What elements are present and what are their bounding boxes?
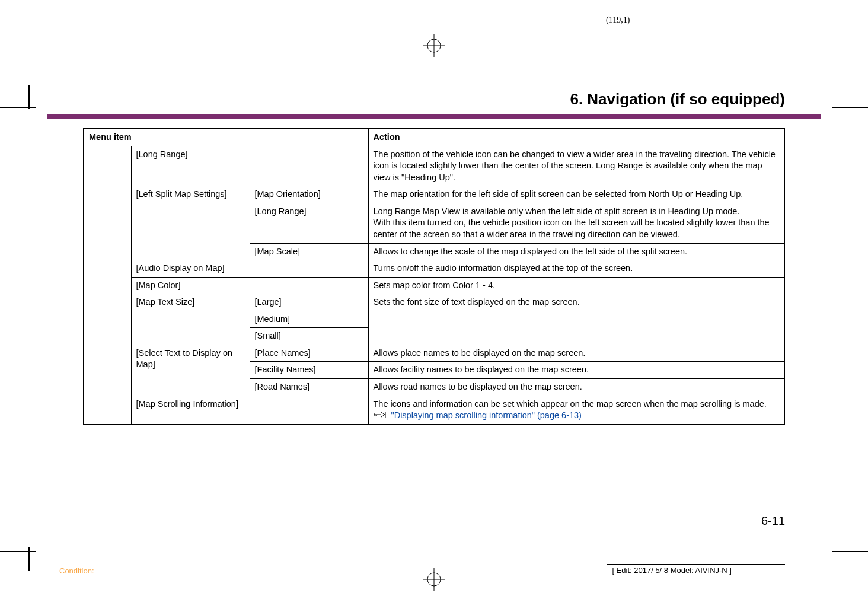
action-road-names: Allows road names to be displayed on the… [368, 379, 784, 396]
action-map-orientation: The map orientation for the left side of… [368, 186, 784, 203]
menu-audio-display: [Audio Display on Map] [131, 260, 368, 278]
action-map-text-size: Sets the font size of text displayed on … [368, 294, 784, 345]
menu-map-orientation: [Map Orientation] [250, 186, 368, 203]
trim-mark-icon [28, 547, 30, 571]
menu-select-text: [Select Text to Display on Map] [131, 345, 250, 396]
reference-link: "Displaying map scrolling information" (… [391, 410, 582, 420]
action-long-range: The position of the vehicle icon can be … [368, 146, 784, 186]
menu-small: [Small] [250, 328, 368, 345]
edit-info: [ Edit: 2017/ 5/ 8 Model: AIVINJ-N ] [607, 564, 785, 576]
action-map-color: Sets map color from Color 1 - 4. [368, 277, 784, 294]
menu-facility-names: [Facility Names] [250, 362, 368, 379]
trim-mark-icon [28, 85, 30, 109]
trim-mark-icon [0, 107, 36, 108]
menu-left-split: [Left Split Map Settings] [131, 186, 250, 260]
action-map-scrolling-text: The icons and information can be set whi… [374, 399, 767, 409]
header-menu-item: Menu item [84, 129, 368, 146]
menu-left-long-range: [Long Range] [250, 203, 368, 243]
section-title: 6. Navigation (if so equipped) [570, 90, 785, 109]
menu-map-scale: [Map Scale] [250, 243, 368, 260]
menu-large: [Large] [250, 294, 368, 311]
menu-map-text-size: [Map Text Size] [131, 294, 250, 345]
crop-mark-bottom-icon [423, 568, 445, 591]
action-place-names: Allows place names to be displayed on th… [368, 345, 784, 362]
page-number-bottom: 6-11 [761, 514, 785, 528]
action-left-long-range: Long Range Map View is available only wh… [368, 203, 784, 243]
trim-mark-icon [0, 551, 36, 552]
menu-map-color: [Map Color] [131, 277, 368, 294]
accent-bar [47, 114, 821, 119]
menu-medium: [Medium] [250, 311, 368, 328]
page-number-top: (119,1) [606, 15, 630, 25]
condition-label: Condition: [59, 566, 94, 575]
action-audio-display: Turns on/off the audio information displ… [368, 260, 784, 278]
settings-table: Menu item Action [Long Range] The positi… [83, 128, 785, 425]
trim-mark-icon [832, 107, 868, 108]
trim-mark-icon [832, 551, 868, 552]
crop-mark-top-icon [423, 34, 445, 57]
action-map-scale: Allows to change the scale of the map di… [368, 243, 784, 260]
action-map-scrolling: The icons and information can be set whi… [368, 396, 784, 425]
menu-long-range: [Long Range] [131, 146, 368, 186]
indent-cell [84, 146, 131, 425]
menu-place-names: [Place Names] [250, 345, 368, 362]
action-facility-names: Allows facility names to be displayed on… [368, 362, 784, 379]
menu-map-scrolling: [Map Scrolling Information] [131, 396, 368, 425]
menu-road-names: [Road Names] [250, 379, 368, 396]
reference-hand-icon [374, 410, 389, 422]
content-area: Menu item Action [Long Range] The positi… [83, 128, 785, 425]
header-action: Action [368, 129, 784, 146]
